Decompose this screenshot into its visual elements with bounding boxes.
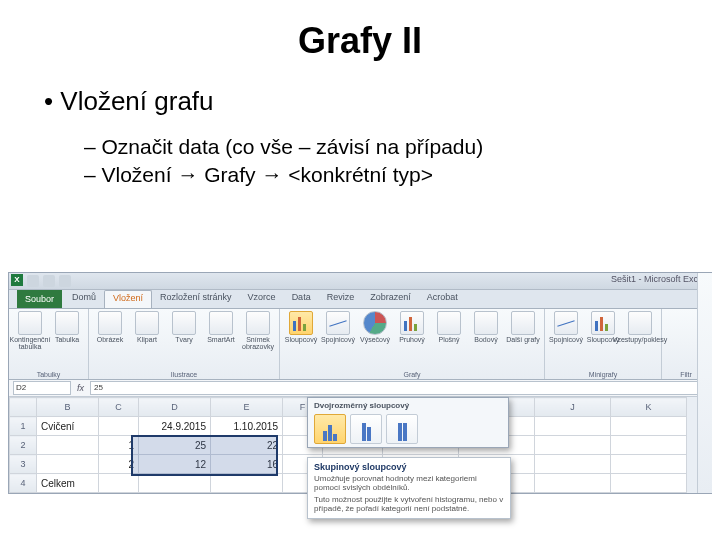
qat-redo-icon[interactable] (59, 275, 71, 287)
cell-B3[interactable] (37, 455, 99, 474)
btn-picture[interactable]: Obrázek (93, 311, 127, 343)
cell-B4[interactable]: Celkem (37, 474, 99, 493)
titlebar: X Sešit1 - Microsoft Excel (9, 273, 711, 290)
cell-C1[interactable] (99, 417, 139, 436)
btn-label: Tabulka (55, 336, 79, 343)
group-tables: Kontingenční tabulka Tabulka Tabulky (9, 309, 89, 379)
chart-option-clustered[interactable] (314, 414, 346, 444)
btn-shapes[interactable]: Tvary (167, 311, 201, 343)
tab-data[interactable]: Data (284, 290, 319, 308)
cell[interactable] (535, 455, 611, 474)
btn-scatter-chart[interactable]: Bodový (469, 311, 503, 343)
col-E[interactable]: E (211, 398, 283, 417)
btn-label: Pruhový (399, 336, 425, 343)
col-J[interactable]: J (535, 398, 611, 417)
group-label: Minigrafy (549, 371, 657, 379)
tooltip-body-1: Umožňuje porovnat hodnoty mezi kategorie… (314, 474, 504, 492)
tab-review[interactable]: Revize (319, 290, 363, 308)
cell[interactable] (535, 417, 611, 436)
cell[interactable] (611, 455, 687, 474)
col-K[interactable]: K (611, 398, 687, 417)
smartart-icon (209, 311, 233, 335)
btn-column-chart[interactable]: Sloupcový (284, 311, 318, 343)
cell[interactable] (611, 474, 687, 493)
cell[interactable] (99, 474, 139, 493)
chart-option-100stacked[interactable] (386, 414, 418, 444)
col-D[interactable]: D (139, 398, 211, 417)
btn-label: Plošný (438, 336, 459, 343)
cell[interactable] (611, 417, 687, 436)
name-box[interactable]: D2 (13, 381, 71, 395)
tooltip-title: Skupinový sloupcový (314, 462, 504, 472)
sub2-post: <konkrétní typ> (288, 163, 433, 186)
cell-B2[interactable] (37, 436, 99, 455)
file-tab[interactable]: Soubor (17, 290, 62, 308)
btn-area-chart[interactable]: Plošný (432, 311, 466, 343)
qat-save-icon[interactable] (27, 275, 39, 287)
chart-option-stacked[interactable] (350, 414, 382, 444)
btn-pivottable[interactable]: Kontingenční tabulka (13, 311, 47, 350)
tab-formulas[interactable]: Vzorce (240, 290, 284, 308)
btn-screenshot[interactable]: Snímek obrazovky (241, 311, 275, 350)
column-chart-icon (289, 311, 313, 335)
bar-chart-icon (400, 311, 424, 335)
rowhdr-3[interactable]: 3 (10, 455, 37, 474)
fx-icon[interactable]: fx (77, 383, 84, 393)
bullet-level2-2: – Vložení → Grafy → <konkrétní typ> (84, 161, 720, 189)
cell[interactable] (535, 474, 611, 493)
cell-E1[interactable]: 1.10.2015 (211, 417, 283, 436)
btn-label: Vzestupy/poklesy (613, 336, 667, 343)
arrow-icon: → (261, 163, 282, 186)
rowhdr-4[interactable]: 4 (10, 474, 37, 493)
tab-insert[interactable]: Vložení (104, 290, 152, 308)
btn-bar-chart[interactable]: Pruhový (395, 311, 429, 343)
tab-home[interactable]: Domů (64, 290, 104, 308)
excel-app-icon: X (11, 274, 23, 286)
cell[interactable] (211, 474, 283, 493)
pivottable-icon (18, 311, 42, 335)
shapes-icon (172, 311, 196, 335)
cell[interactable] (139, 474, 211, 493)
formula-bar[interactable]: 25 (90, 381, 707, 395)
area-chart-icon (437, 311, 461, 335)
clipart-icon (135, 311, 159, 335)
cell-B1[interactable]: Cvičení (37, 417, 99, 436)
other-charts-icon (511, 311, 535, 335)
formula-bar-row: D2 fx 25 (9, 380, 711, 397)
worksheet-grid[interactable]: B C D E F G H I J K 1 Cvičení 24.9.2015 … (9, 397, 711, 493)
btn-pie-chart[interactable]: Výsečový (358, 311, 392, 343)
rowhdr-2[interactable]: 2 (10, 436, 37, 455)
cell[interactable] (535, 436, 611, 455)
btn-sparkline-line[interactable]: Spojnicový (549, 311, 583, 343)
col-C[interactable]: C (99, 398, 139, 417)
btn-label: Další grafy (506, 336, 539, 343)
col-B[interactable]: B (37, 398, 99, 417)
screenshot-icon (246, 311, 270, 335)
btn-label: Sloupcový (285, 336, 317, 343)
cell-D1[interactable]: 24.9.2015 (139, 417, 211, 436)
rowhdr-1[interactable]: 1 (10, 417, 37, 436)
group-label: Ilustrace (93, 371, 275, 379)
arrow-icon: → (177, 163, 198, 186)
cell[interactable] (611, 436, 687, 455)
tab-pagelayout[interactable]: Rozložení stránky (152, 290, 240, 308)
btn-sparkline-winloss[interactable]: Vzestupy/poklesy (623, 311, 657, 343)
btn-label: Bodový (474, 336, 497, 343)
btn-line-chart[interactable]: Spojnicový (321, 311, 355, 343)
tab-acrobat[interactable]: Acrobat (419, 290, 466, 308)
quick-access-toolbar (27, 275, 71, 287)
select-all[interactable] (10, 398, 37, 417)
ribbon: Kontingenční tabulka Tabulka Tabulky Obr… (9, 309, 711, 380)
btn-label: Tvary (175, 336, 193, 343)
btn-smartart[interactable]: SmartArt (204, 311, 238, 343)
btn-clipart[interactable]: Klipart (130, 311, 164, 343)
bullet-level2-1: – Označit data (co vše – závisí na přípa… (84, 133, 720, 161)
column-chart-dropdown[interactable]: Dvojrozměrný sloupcový (307, 397, 509, 448)
qat-undo-icon[interactable] (43, 275, 55, 287)
slide-title: Grafy II (0, 20, 720, 62)
sub2-pre: – Vložení (84, 163, 172, 186)
sparkline-wl-icon (628, 311, 652, 335)
tab-view[interactable]: Zobrazení (362, 290, 419, 308)
btn-table[interactable]: Tabulka (50, 311, 84, 343)
btn-other-charts[interactable]: Další grafy (506, 311, 540, 343)
